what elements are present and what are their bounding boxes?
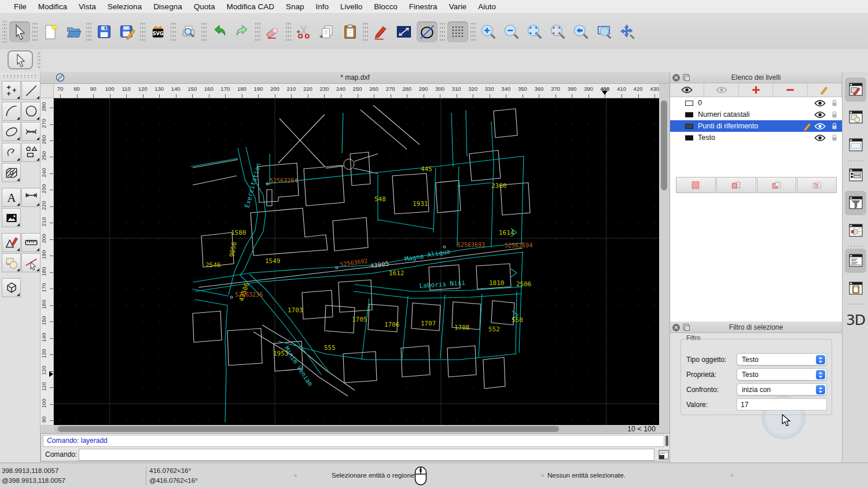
dimension-tool-button[interactable] (21, 188, 41, 207)
hide-all-eye-button[interactable] (704, 83, 738, 97)
horizontal-scrollbar-thumb[interactable] (58, 426, 559, 432)
layer-visibility-eye-icon[interactable] (814, 134, 826, 142)
selection-filter-panel-toggle-button[interactable] (845, 191, 866, 215)
svg-export-button[interactable]: SVG (148, 21, 168, 42)
3d-panel-label[interactable]: 3D (843, 312, 868, 328)
horizontal-scrollbar[interactable]: 10 < 100 (54, 425, 659, 433)
layer-visibility-eye-icon[interactable] (814, 111, 826, 119)
layer-row-testo[interactable]: Testo (670, 132, 842, 143)
layer-lock-icon[interactable] (832, 110, 837, 119)
filter-propriet--select[interactable]: Testo (737, 368, 827, 380)
layer-visibility-eye-icon[interactable] (814, 123, 826, 130)
layer-edit-pencil-icon[interactable] (803, 122, 812, 131)
filter-add-selection-button[interactable] (716, 177, 756, 193)
line-tool-button[interactable] (21, 81, 41, 100)
line-angle-button[interactable] (393, 21, 414, 42)
hatch-tool-button[interactable] (2, 163, 21, 182)
redo-button[interactable] (232, 21, 253, 42)
menu-varie[interactable]: Varie (443, 2, 473, 11)
filter-tipo-oggetto--select[interactable]: Testo (737, 353, 827, 365)
print-preview-button[interactable] (178, 21, 199, 42)
add-layer-button[interactable] (739, 83, 773, 97)
zoom-selection-button[interactable] (547, 21, 568, 42)
palette-drag-handle[interactable] (2, 75, 38, 78)
document-title-bar[interactable]: * map.dxf (41, 72, 670, 84)
menu-aiuto[interactable]: Aiuto (472, 2, 502, 11)
filter-select-button[interactable] (676, 177, 716, 193)
layer-lock-icon[interactable] (832, 99, 837, 107)
vertical-scrollbar-thumb[interactable] (661, 101, 667, 190)
layer-lock-icon[interactable] (832, 122, 837, 130)
filter-confronto--select[interactable]: inizia con (737, 383, 827, 395)
layer-lock-icon[interactable] (832, 134, 837, 142)
remove-layer-button[interactable] (773, 83, 807, 97)
filter-value-input[interactable]: 17 (737, 398, 827, 411)
layer-row-punti-di-riferimento[interactable]: Punti di riferimento (670, 120, 842, 132)
shapes-tool-button[interactable] (21, 143, 41, 162)
block-panel-toggle-button[interactable] (845, 219, 866, 243)
stepper-icon[interactable] (816, 370, 825, 379)
command-options-icon[interactable] (659, 450, 669, 460)
arc-tool-button[interactable] (2, 102, 21, 121)
menu-modifica-cad[interactable]: Modifica CAD (220, 2, 280, 11)
save-as-button[interactable] (117, 21, 138, 42)
command-history-scrollbar[interactable] (664, 435, 669, 447)
layer-visibility-eye-icon[interactable] (814, 99, 826, 107)
grid-toggle-button[interactable] (447, 21, 468, 42)
zoom-previous-button[interactable] (571, 21, 591, 42)
menu-finestra[interactable]: Finestra (403, 2, 443, 11)
measure-tool-button[interactable] (21, 233, 41, 252)
command-input[interactable] (79, 449, 654, 461)
menu-info[interactable]: Info (310, 2, 335, 11)
edit-layer-button[interactable] (808, 83, 842, 97)
clipboard-panel-toggle-button[interactable] (845, 276, 866, 301)
toolbar-drag-handle[interactable] (37, 51, 41, 69)
layer-list-panel-toggle-button[interactable] (845, 163, 866, 187)
eraser-button[interactable] (263, 21, 284, 42)
box3d-tool-button[interactable] (2, 278, 21, 297)
property-editor-panel-toggle-button[interactable] (845, 77, 866, 102)
paste-button[interactable] (340, 21, 361, 42)
points-tool-button[interactable] (2, 81, 21, 100)
trim-tool-button[interactable] (21, 253, 41, 272)
copy-button[interactable] (317, 21, 337, 42)
edit-pencil-button[interactable] (370, 21, 391, 42)
detach-icon[interactable] (683, 74, 689, 80)
spline-tool-button[interactable] (21, 122, 41, 141)
close-icon[interactable]: ✕ (672, 324, 680, 331)
zoom-auto-button[interactable] (524, 21, 545, 42)
stepper-icon[interactable] (816, 385, 825, 394)
filter-remove-selection-button[interactable] (757, 177, 797, 193)
new-file-button[interactable] (40, 21, 61, 42)
selection-tools-panel-toggle-button[interactable] (845, 105, 866, 130)
circle-tool-button[interactable] (21, 102, 41, 121)
select-shapes-tool-button[interactable] (2, 253, 21, 272)
cut-button[interactable] (293, 21, 314, 42)
menu-disegna[interactable]: Disegna (148, 2, 188, 11)
menu-blocco[interactable]: Blocco (368, 2, 403, 11)
undo-button[interactable] (209, 21, 230, 42)
vertical-scrollbar[interactable] (659, 98, 670, 425)
save-button[interactable] (94, 21, 115, 42)
modify-tool-button[interactable] (2, 233, 21, 252)
show-all-eye-button[interactable] (670, 83, 704, 97)
menu-livello[interactable]: Livello (334, 2, 368, 11)
stepper-icon[interactable] (816, 355, 825, 364)
selection-pointer-button[interactable] (9, 21, 30, 42)
selection-pointer-option-button[interactable] (8, 50, 33, 69)
layer-row-0[interactable]: 0 (670, 97, 842, 109)
menu-quota[interactable]: Quota (188, 2, 221, 11)
detach-icon[interactable] (683, 324, 689, 330)
polyline-tool-button[interactable] (2, 143, 21, 162)
close-icon[interactable]: ✕ (672, 74, 680, 82)
menu-file[interactable]: File (8, 2, 32, 11)
circle-slash-button[interactable] (417, 21, 437, 42)
menu-seleziona[interactable]: Seleziona (102, 2, 148, 11)
command-line-panel-toggle-button[interactable] (845, 249, 866, 273)
layer-row-numeri-catastali[interactable]: Numeri catastali (670, 109, 842, 120)
text-tool-button[interactable]: A (2, 188, 21, 207)
filter-intersect-selection-button[interactable] (797, 177, 837, 193)
zoom-in-button[interactable] (478, 21, 499, 42)
drawing-canvas[interactable]: 4452360548193116141580254615491612170318… (54, 98, 659, 425)
ellipse-tool-button[interactable] (2, 122, 21, 141)
